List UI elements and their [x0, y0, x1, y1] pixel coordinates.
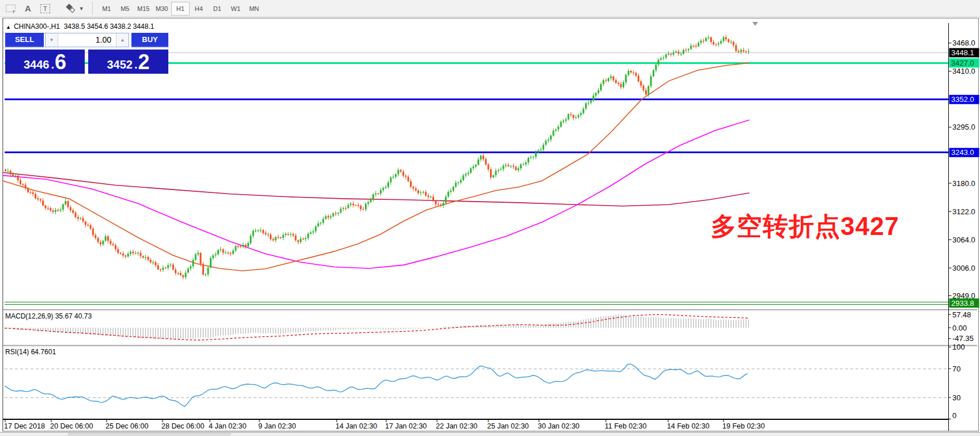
- svg-text:70: 70: [952, 365, 960, 373]
- toolbar: F A T ▼ M1M5M15M30H1H4D1W1MN: [0, 0, 980, 17]
- svg-text:0: 0: [952, 411, 956, 420]
- svg-text:57.48: 57.48: [952, 310, 971, 319]
- timeframe-button-h4[interactable]: H4: [190, 2, 208, 16]
- svg-text:3427.0: 3427.0: [951, 59, 974, 67]
- svg-text:4 Jan 02:30: 4 Jan 02:30: [209, 422, 246, 430]
- macd-indicator-label: MACD(12,26,9) 35.67 40.73: [5, 312, 92, 320]
- svg-text:3410.0: 3410.0: [952, 67, 975, 75]
- svg-text:25 Jan 02:30: 25 Jan 02:30: [487, 422, 529, 430]
- ma-slow-crimson-line: [3, 173, 749, 206]
- svg-text:17 Jan 02:30: 17 Jan 02:30: [385, 422, 427, 430]
- svg-text:3468.0: 3468.0: [952, 39, 975, 47]
- annotation-text: 多空转折点3427: [711, 210, 899, 244]
- svg-text:11 Feb 02:30: 11 Feb 02:30: [605, 422, 647, 430]
- svg-text:100: 100: [952, 343, 965, 351]
- svg-text:3448.1: 3448.1: [951, 48, 974, 57]
- buy-price-main: 3452: [107, 57, 133, 72]
- timeframe-button-group: M1M5M15M30H1H4D1W1MN: [97, 2, 263, 16]
- svg-text:0.00: 0.00: [952, 324, 967, 332]
- collapse-arrow-icon[interactable]: ▲: [6, 24, 11, 30]
- svg-text:25 Dec 06:00: 25 Dec 06:00: [105, 422, 148, 430]
- volume-spinner: ▼ 1.00 ▲: [45, 33, 129, 47]
- svg-text:-47.35: -47.35: [952, 334, 974, 343]
- timeframe-button-w1[interactable]: W1: [227, 2, 245, 16]
- cursor-a-icon[interactable]: A: [25, 3, 31, 13]
- svg-text:3180.0: 3180.0: [952, 179, 975, 188]
- grid-icon-label: F: [12, 9, 16, 14]
- svg-text:3243.0: 3243.0: [951, 148, 974, 157]
- volume-increase-button[interactable]: ▲: [116, 33, 129, 47]
- volume-input[interactable]: 1.00: [58, 33, 116, 47]
- grid-icon: F: [6, 5, 16, 12]
- moving-averages: [3, 63, 749, 271]
- volume-decrease-button[interactable]: ▼: [46, 33, 58, 47]
- price-axis: 3468.03410.03295.03180.03122.03064.03006…: [949, 23, 979, 431]
- chart-shift-marker-icon[interactable]: [752, 22, 758, 26]
- chevron-down-icon[interactable]: ▼: [79, 6, 84, 12]
- buy-button[interactable]: BUY: [131, 33, 168, 47]
- symbol-name: CHINA300-,H1: [14, 22, 60, 31]
- svg-text:3122.0: 3122.0: [952, 207, 975, 216]
- timeframe-button-h1[interactable]: H1: [171, 2, 190, 16]
- sell-price-big-digit: 6: [55, 52, 66, 72]
- macd-signal-line: [5, 314, 748, 340]
- buy-price-dot: .: [134, 57, 138, 72]
- timeframe-button-m1[interactable]: M1: [97, 2, 116, 16]
- ma-fast-orange-line: [3, 63, 749, 271]
- svg-text:9 Jan 02:30: 9 Jan 02:30: [258, 422, 296, 430]
- svg-text:28 Dec 06:00: 28 Dec 06:00: [161, 422, 204, 430]
- svg-text:3352.0: 3352.0: [951, 95, 974, 104]
- macd-panel: [5, 314, 749, 340]
- svg-text:20 Dec 06:00: 20 Dec 06:00: [50, 422, 93, 430]
- svg-text:19 Feb 02:30: 19 Feb 02:30: [722, 422, 765, 430]
- svg-text:17 Dec 2018: 17 Dec 2018: [4, 422, 45, 430]
- shapes-icon: [65, 4, 77, 13]
- chart-title: ▲CHINA300-,H1 3438.5 3454.6 3438.2 3448.…: [6, 22, 154, 31]
- buy-price-display[interactable]: 3452.2: [88, 50, 168, 74]
- svg-text:30: 30: [952, 393, 960, 402]
- rsi-line: [5, 364, 748, 407]
- buy-price-big-digit: 2: [138, 52, 150, 72]
- svg-text:3006.0: 3006.0: [952, 264, 975, 272]
- timeframe-button-d1[interactable]: D1: [208, 2, 227, 16]
- text-label-icon[interactable]: T: [40, 4, 50, 13]
- ohlc-values: 3438.5 3454.6 3438.2 3448.1: [64, 22, 154, 31]
- svg-text:2933.8: 2933.8: [951, 299, 974, 308]
- svg-text:14 Jan 02:30: 14 Jan 02:30: [336, 422, 377, 430]
- svg-text:22 Jan 02:30: 22 Jan 02:30: [436, 422, 477, 430]
- rsi-indicator-label: RSI(14) 64.7601: [5, 348, 56, 356]
- rsi-panel: [5, 364, 948, 407]
- svg-text:30 Jan 02:30: 30 Jan 02:30: [538, 422, 579, 430]
- sell-button[interactable]: SELL: [5, 33, 44, 47]
- bottom-status-strip: [0, 432, 980, 436]
- horizontal-lines: [5, 53, 948, 305]
- timeframe-button-m15[interactable]: M15: [134, 2, 153, 16]
- sell-price-main: 3446: [24, 57, 50, 72]
- timeframe-button-mn[interactable]: MN: [245, 2, 263, 16]
- svg-text:14 Feb 02:30: 14 Feb 02:30: [667, 422, 710, 430]
- timeframe-button-m30[interactable]: M30: [153, 2, 171, 16]
- toolbar-separator: [92, 2, 93, 15]
- svg-text:3064.0: 3064.0: [952, 236, 975, 244]
- indicator-list-icon[interactable]: F: [6, 5, 16, 12]
- svg-text:3295.0: 3295.0: [952, 123, 975, 131]
- sell-price-display[interactable]: 3446.6: [5, 50, 85, 74]
- timeframe-button-m5[interactable]: M5: [116, 2, 134, 16]
- one-click-trade-panel: SELL ▼ 1.00 ▲ BUY 3446.6 3452.2: [5, 33, 168, 74]
- scrollbar-thumb[interactable]: [68, 433, 231, 435]
- sell-price-dot: .: [51, 57, 54, 72]
- time-axis: 17 Dec 201820 Dec 06:0025 Dec 06:0028 De…: [4, 419, 765, 430]
- shapes-tool-icon[interactable]: ▼: [56, 4, 84, 13]
